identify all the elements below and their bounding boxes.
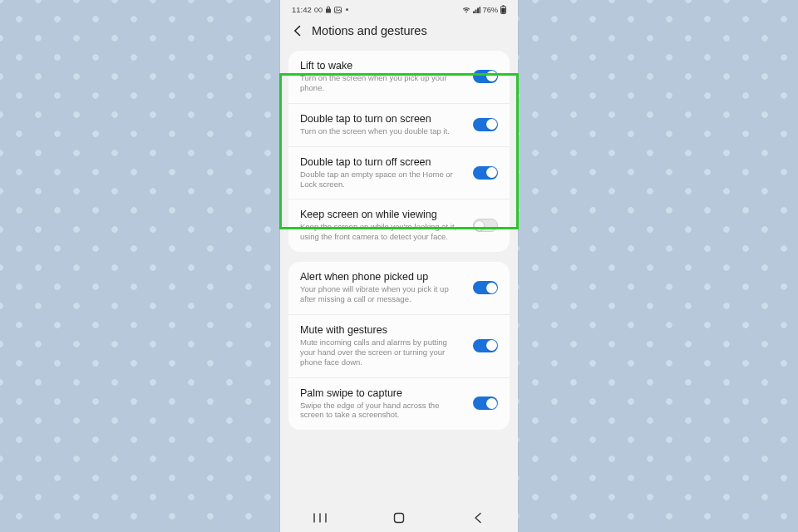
title-bar: Motions and gestures	[280, 16, 518, 51]
battery-percent: 76%	[483, 5, 498, 14]
setting-alert-pickup[interactable]: Alert when phone picked up Your phone wi…	[288, 262, 510, 314]
settings-group-1: Lift to wake Turn on the screen when you…	[288, 51, 510, 252]
svg-rect-5	[394, 514, 403, 523]
toggle-palm-swipe[interactable]	[473, 397, 498, 410]
lock-icon	[325, 6, 332, 13]
setting-title: Lift to wake	[300, 60, 463, 71]
svg-rect-3	[502, 5, 504, 6]
status-bar: 11:42 76%	[280, 0, 518, 16]
settings-content: Lift to wake Turn on the screen when you…	[280, 51, 518, 430]
battery-icon	[500, 5, 506, 14]
phone-frame: 11:42 76%	[280, 0, 518, 532]
setting-title: Mute with gestures	[300, 324, 463, 336]
setting-title: Keep screen on while viewing	[300, 209, 463, 220]
status-time: 11:42	[292, 5, 312, 14]
wifi-icon	[462, 7, 470, 13]
setting-double-tap-on[interactable]: Double tap to turn on screen Turn on the…	[288, 103, 510, 146]
setting-lift-to-wake[interactable]: Lift to wake Turn on the screen when you…	[288, 51, 510, 103]
notification-dot-icon	[346, 8, 348, 11]
setting-palm-swipe[interactable]: Palm swipe to capture Swipe the edge of …	[288, 377, 510, 431]
setting-title: Alert when phone picked up	[300, 271, 463, 283]
page-title: Motions and gestures	[312, 24, 427, 37]
setting-subtitle: Double tap an empty space on the Home or…	[300, 170, 463, 190]
setting-subtitle: Turn on the screen when you double tap i…	[300, 126, 463, 136]
nav-home-button[interactable]	[387, 510, 411, 526]
setting-subtitle: Keep the screen on while you're looking …	[300, 222, 463, 242]
setting-title: Double tap to turn on screen	[300, 113, 463, 125]
navigation-bar	[280, 504, 518, 532]
setting-subtitle: Swipe the edge of your hand across the s…	[300, 401, 463, 421]
nav-back-button[interactable]	[466, 510, 490, 526]
setting-subtitle: Mute incoming calls and alarms by puttin…	[300, 337, 463, 367]
toggle-mute-gestures[interactable]	[473, 339, 498, 352]
setting-double-tap-off[interactable]: Double tap to turn off screen Double tap…	[288, 146, 510, 200]
signal-icon	[473, 7, 480, 13]
back-button[interactable]	[292, 25, 303, 37]
toggle-double-tap-on[interactable]	[473, 118, 498, 131]
setting-subtitle: Turn on the screen when you pick up your…	[300, 73, 463, 93]
setting-subtitle: Your phone will vibrate when you pick it…	[300, 284, 463, 304]
svg-rect-4	[501, 8, 505, 13]
toggle-lift-to-wake[interactable]	[473, 70, 498, 83]
setting-keep-screen-on[interactable]: Keep screen on while viewing Keep the sc…	[288, 199, 510, 252]
toggle-keep-screen-on[interactable]	[473, 219, 498, 232]
image-icon	[334, 7, 342, 13]
setting-mute-gestures[interactable]: Mute with gestures Mute incoming calls a…	[288, 314, 510, 377]
nav-recents-button[interactable]	[308, 510, 332, 526]
setting-title: Palm swipe to capture	[300, 387, 463, 399]
toggle-alert-pickup[interactable]	[473, 281, 498, 294]
settings-group-2: Alert when phone picked up Your phone wi…	[288, 262, 510, 430]
infinity-icon	[314, 7, 323, 13]
setting-title: Double tap to turn off screen	[300, 156, 463, 168]
toggle-double-tap-off[interactable]	[473, 166, 498, 180]
